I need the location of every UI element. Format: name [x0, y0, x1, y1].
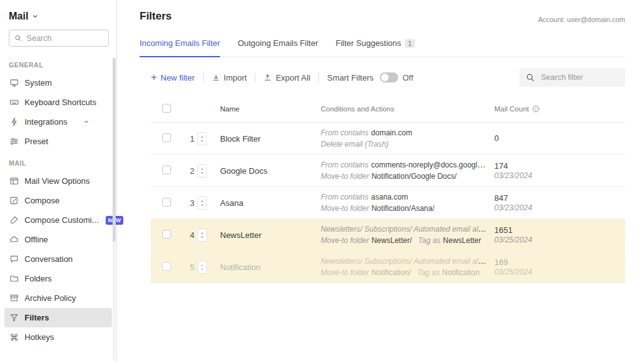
sidebar-item-compose[interactable]: Compose — [4, 191, 112, 210]
mail-count-cell: 847 03/23/2024 — [489, 193, 625, 213]
mail-count: 0 — [494, 133, 625, 144]
row-reorder-stepper[interactable]: ▲▼ — [197, 229, 207, 242]
sidebar-item-folders[interactable]: Folders — [4, 269, 112, 288]
import-icon — [212, 74, 220, 82]
table-row[interactable]: 2 ▲▼ Google Docs From containscomments-n… — [151, 155, 625, 187]
row-checkbox[interactable] — [162, 133, 171, 142]
toggle-knob — [381, 74, 389, 81]
condition-label: From contains — [321, 128, 369, 137]
conditions-cell: From containsasana.com Move-to folderNot… — [314, 191, 489, 214]
conditions-cell: Newsletters/ Subscriptions/ Automated em… — [314, 223, 489, 246]
row-checkbox[interactable] — [162, 230, 171, 239]
tab-incoming-emails-filter[interactable]: Incoming Emails Filter — [140, 38, 220, 57]
toolbar-divider — [203, 73, 204, 82]
row-reorder-stepper[interactable]: ▲▼ — [197, 196, 207, 210]
table-row[interactable]: 1 ▲▼ Block Filter From containsdomain.co… — [151, 123, 625, 155]
export-all-label: Export All — [275, 73, 310, 82]
mail-count-cell: 169 03/25/2024 — [489, 257, 625, 277]
chat-icon — [9, 254, 19, 264]
compose-custom-icon — [9, 215, 19, 225]
stepper-up-icon[interactable]: ▲ — [201, 263, 204, 267]
tag-value: Notification — [442, 268, 479, 277]
action-label: Delete email (Trash) — [321, 140, 389, 149]
row-checkbox[interactable] — [162, 166, 171, 174]
sidebar-item-mail-view-options[interactable]: Mail View Options — [4, 171, 112, 191]
main-content: Filters Account: user@domain.com Incomin… — [117, 0, 644, 362]
sidebar-item-system[interactable]: System — [4, 73, 112, 93]
row-reorder-stepper[interactable]: ▲▼ — [197, 132, 207, 145]
stepper-down-icon[interactable]: ▼ — [201, 235, 204, 239]
folder-icon — [9, 274, 19, 283]
integrations-icon — [9, 117, 19, 127]
tab-filter-suggestions[interactable]: Filter Suggestions 1 — [336, 38, 415, 57]
mail-count-date: 03/23/2024 — [494, 171, 625, 181]
filter-search[interactable] — [519, 68, 625, 87]
app-switcher[interactable]: Mail — [0, 0, 116, 30]
export-all-button[interactable]: Export All — [264, 73, 310, 82]
stepper-up-icon[interactable]: ▲ — [201, 199, 204, 203]
new-filter-button[interactable]: + New filter — [151, 72, 195, 82]
row-order: 4 — [179, 230, 197, 240]
stepper-up-icon[interactable]: ▲ — [201, 231, 204, 235]
sidebar-item-keyboard-shortcuts[interactable]: Keyboard Shortcuts — [4, 93, 112, 112]
tab-outgoing-emails-filter[interactable]: Outgoing Emails Filter — [238, 38, 318, 57]
info-icon[interactable] — [532, 105, 540, 113]
import-label: Import — [224, 73, 247, 82]
select-all-checkbox[interactable] — [162, 104, 171, 113]
row-reorder-stepper[interactable]: ▲▼ — [197, 261, 207, 274]
tab-label: Outgoing Emails Filter — [238, 38, 318, 48]
sidebar-item-hotkeys[interactable]: ⌘ Hotkeys — [4, 327, 112, 347]
tab-label: Filter Suggestions — [336, 38, 401, 48]
row-checkbox[interactable] — [162, 198, 171, 206]
action-value: Notification/ — [372, 268, 411, 277]
import-button[interactable]: Import — [212, 73, 247, 82]
sidebar-item-offline[interactable]: Offline — [4, 230, 112, 249]
command-icon: ⌘ — [9, 332, 19, 342]
sidebar-item-label: Mail View Options — [25, 176, 90, 186]
row-order: 2 — [179, 166, 197, 176]
page-header: Filters Account: user@domain.com — [140, 0, 625, 23]
row-order: 1 — [179, 134, 197, 144]
row-checkbox[interactable] — [162, 262, 171, 271]
action-value: NewsLetter/ — [372, 236, 412, 245]
archive-icon — [9, 293, 19, 303]
sidebar-scrollbar[interactable] — [113, 58, 116, 359]
settings-window: Mail GENERAL System Keyboard Shortcuts I… — [0, 0, 644, 362]
stepper-down-icon[interactable]: ▼ — [201, 171, 204, 175]
sidebar-item-integrations[interactable]: Integrations — [4, 112, 112, 132]
search-icon — [526, 73, 535, 82]
sidebar-item-archive-policy[interactable]: Archive Policy — [4, 288, 112, 308]
sidebar-scrollbar-thumb[interactable] — [113, 58, 116, 242]
sidebar-item-label: Filters — [25, 313, 49, 322]
toggle-state-label: Off — [402, 73, 413, 82]
section-heading-mail: MAIL — [0, 151, 116, 171]
conditions-cell: Newsletters/ Subscriptions/ Automated em… — [314, 256, 489, 278]
table-row[interactable]: 3 ▲▼ Asana From containsasana.com Move-t… — [151, 187, 625, 219]
sidebar-item-preset[interactable]: Preset — [4, 132, 112, 151]
filter-search-input[interactable] — [540, 72, 619, 82]
table-row[interactable]: 5 ▲▼ Notification Newsletters/ Subscript… — [151, 251, 625, 283]
app-title: Mail — [9, 11, 28, 22]
sidebar-search[interactable] — [9, 30, 109, 47]
sidebar-item-conversation[interactable]: Conversation — [4, 249, 112, 269]
mail-count-date: 03/25/2024 — [494, 235, 625, 245]
funnel-icon — [9, 313, 19, 322]
stepper-up-icon[interactable]: ▲ — [201, 135, 204, 139]
stepper-down-icon[interactable]: ▼ — [201, 268, 204, 271]
sidebar-item-label: Preset — [25, 137, 48, 146]
stepper-down-icon[interactable]: ▼ — [201, 203, 204, 207]
monitor-icon — [9, 78, 19, 88]
sidebar-item-filters[interactable]: Filters — [4, 308, 112, 327]
table-row[interactable]: 4 ▲▼ NewsLetter Newsletters/ Subscriptio… — [151, 219, 625, 251]
smart-filters-toggle[interactable] — [380, 72, 398, 82]
sidebar-search-input[interactable] — [25, 33, 103, 43]
stepper-down-icon[interactable]: ▼ — [201, 139, 204, 143]
sidebar-item-label: Keyboard Shortcuts — [25, 98, 96, 107]
sidebar-item-label: Conversation — [25, 254, 73, 264]
suggestions-count-badge: 1 — [405, 39, 415, 48]
sidebar-item-label: Integrations — [25, 117, 67, 127]
sidebar-item-compose-customization[interactable]: Compose Customi... NEW — [4, 210, 112, 230]
row-reorder-stepper[interactable]: ▲▼ — [197, 164, 207, 178]
action-label: Move-to folder — [321, 236, 369, 245]
stepper-up-icon[interactable]: ▲ — [201, 167, 204, 171]
